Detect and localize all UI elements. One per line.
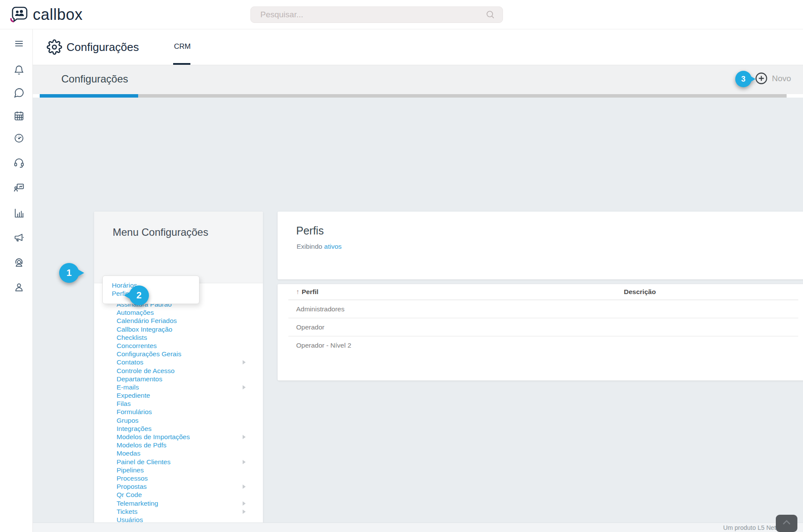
page-title: Configurações xyxy=(66,41,139,54)
menu-link[interactable]: Callbox Integração xyxy=(117,326,172,333)
menu-item-concorrentes[interactable]: Concorrentes xyxy=(117,342,246,350)
agent-headset-user-icon[interactable] xyxy=(13,257,25,268)
menu-link[interactable]: Qr Code xyxy=(117,491,142,498)
page-header: Configurações CRM xyxy=(33,29,803,65)
global-search[interactable] xyxy=(250,6,503,23)
menu-link[interactable]: Calendário Feriados xyxy=(117,317,177,324)
training-board-icon[interactable] xyxy=(13,182,25,193)
reports-chart-icon[interactable] xyxy=(13,207,25,218)
menu-link[interactable]: Propostas xyxy=(117,483,147,490)
menu-item-integracoes[interactable]: Integrações xyxy=(117,424,246,433)
chevron-right-icon xyxy=(243,385,246,390)
section-progress-track xyxy=(40,94,787,98)
menu-link[interactable]: Departamentos xyxy=(117,375,162,383)
menu-item-grupos[interactable]: Grupos xyxy=(117,416,246,424)
cell-perfil: Operador xyxy=(296,323,324,331)
brand-logo-icon xyxy=(9,5,29,25)
showing-filter: Exibindo ativos xyxy=(297,243,341,250)
table-row-administradores[interactable]: Administradores xyxy=(288,300,798,318)
section-toolbar: Configurações Novo xyxy=(33,65,803,94)
menu-item-modelos-de-importacoes[interactable]: Modelos de Importações xyxy=(117,433,246,441)
menu-link[interactable]: E-mails xyxy=(117,383,139,391)
user-icon[interactable] xyxy=(13,282,25,293)
calendar-icon[interactable] xyxy=(13,110,25,121)
menu-link[interactable]: Modelos de Pdfs xyxy=(117,441,166,449)
active-section-indicator xyxy=(40,94,138,98)
showing-ativos-link[interactable]: ativos xyxy=(324,243,342,250)
plus-circle-icon xyxy=(755,72,768,85)
menu-link[interactable]: Integrações xyxy=(117,425,152,432)
menu-item-telemarketing[interactable]: Telemarketing xyxy=(117,499,246,507)
headset-icon[interactable] xyxy=(13,157,25,168)
menu-item-filas[interactable]: Filas xyxy=(117,399,246,408)
menu-item-calendario-feriados[interactable]: Calendário Feriados xyxy=(117,317,246,325)
perfis-table-panel: ↑ Perfil Descrição AdministradoresOperad… xyxy=(278,284,803,380)
menu-item-automacoes[interactable]: Automações xyxy=(117,308,246,317)
search-input[interactable] xyxy=(251,10,485,19)
menu-link[interactable]: Processos xyxy=(117,475,148,482)
menu-item-moedas[interactable]: Moedas xyxy=(117,449,246,457)
table-row-operador[interactable]: Operador xyxy=(288,318,798,336)
perfis-title: Perfis xyxy=(296,225,324,237)
sort-ascending-icon: ↑ xyxy=(296,288,300,296)
menu-link[interactable]: Contatos xyxy=(117,358,143,366)
menu-item-qr-code[interactable]: Qr Code xyxy=(117,491,246,499)
tab-crm[interactable]: CRM xyxy=(174,29,191,65)
menu-item-pipelines[interactable]: Pipelines xyxy=(117,466,246,474)
menu-item-modelos-de-pdfs[interactable]: Modelos de Pdfs xyxy=(117,441,246,449)
menu-item-propostas[interactable]: Propostas xyxy=(117,482,246,491)
notifications-bell-icon[interactable] xyxy=(13,64,25,76)
menu-item-checklists[interactable]: Checklists xyxy=(117,333,246,342)
menu-item-formularios[interactable]: Formulários xyxy=(117,408,246,416)
menu-link[interactable]: Telemarketing xyxy=(117,500,158,507)
menu-link[interactable]: Moedas xyxy=(117,450,140,457)
menu-configuracoes-panel: Menu Configurações Assinatura PadrãoAuto… xyxy=(94,212,263,532)
annotation-step-3-pointer xyxy=(750,76,756,82)
menu-item-contatos[interactable]: Contatos xyxy=(117,358,246,366)
table-body: AdministradoresOperadorOperador - Nível … xyxy=(288,300,798,355)
dashboard-gauge-icon[interactable] xyxy=(13,133,25,144)
annotation-step-3-number: 3 xyxy=(735,71,752,87)
annotation-step-2-number: 2 xyxy=(129,285,149,305)
menu-link[interactable]: Painel de Clientes xyxy=(117,458,171,466)
new-button-label: Novo xyxy=(772,74,791,83)
menu-link[interactable]: Filas xyxy=(117,400,131,407)
menu-item-expediente[interactable]: Expediente xyxy=(117,391,246,399)
menu-link[interactable]: Checklists xyxy=(117,334,147,341)
menu-link[interactable]: Concorrentes xyxy=(117,342,157,349)
menu-link[interactable]: Controle de Acesso xyxy=(117,367,174,374)
menu-link[interactable]: Expediente xyxy=(117,392,150,399)
menu-link[interactable]: Formulários xyxy=(117,408,152,415)
tab-crm-label: CRM xyxy=(174,42,191,51)
menu-item-e-mails[interactable]: E-mails xyxy=(117,383,246,391)
search-icon[interactable] xyxy=(485,10,496,20)
campaigns-megaphone-icon[interactable] xyxy=(13,232,25,243)
menu-item-callbox-integracao[interactable]: Callbox Integração xyxy=(117,325,246,333)
brand-wordmark: callbox xyxy=(33,5,83,24)
icon-sidebar xyxy=(0,29,33,532)
chat-bubble-icon[interactable] xyxy=(13,87,25,98)
table-row-operador-nivel-2[interactable]: Operador - Nível 2 xyxy=(288,336,798,355)
annotation-step-2: 2 xyxy=(129,285,149,305)
menu-item-processos[interactable]: Processos xyxy=(117,474,246,482)
menu-link[interactable]: Configurações Gerais xyxy=(117,350,181,358)
menu-item-configuracoes-gerais[interactable]: Configurações Gerais xyxy=(117,350,246,358)
menu-link[interactable]: Automações xyxy=(117,309,154,316)
menu-item-controle-de-acesso[interactable]: Controle de Acesso xyxy=(117,367,246,375)
menu-link[interactable]: Grupos xyxy=(117,417,139,424)
menu-item-tickets[interactable]: Tickets xyxy=(117,507,246,516)
brand-logo[interactable]: callbox xyxy=(9,5,83,25)
top-bar: callbox Disponível xyxy=(0,0,803,29)
column-header-descricao[interactable]: Descrição xyxy=(624,288,656,296)
new-button[interactable]: Novo xyxy=(755,72,791,85)
annotation-step-1-number: 1 xyxy=(59,263,79,283)
submenu-link-horarios[interactable]: Horários xyxy=(112,281,199,289)
menu-item-departamentos[interactable]: Departamentos xyxy=(117,375,246,383)
menu-item-painel-de-clientes[interactable]: Painel de Clientes xyxy=(117,458,246,466)
column-header-perfil[interactable]: ↑ Perfil xyxy=(288,288,319,296)
menu-link[interactable]: Pipelines xyxy=(117,466,144,474)
scroll-to-top-button[interactable] xyxy=(776,515,797,532)
menu-link[interactable]: Modelos de Importações xyxy=(117,433,190,440)
menu-hamburger-icon[interactable] xyxy=(13,38,25,49)
menu-link[interactable]: Tickets xyxy=(117,508,138,515)
